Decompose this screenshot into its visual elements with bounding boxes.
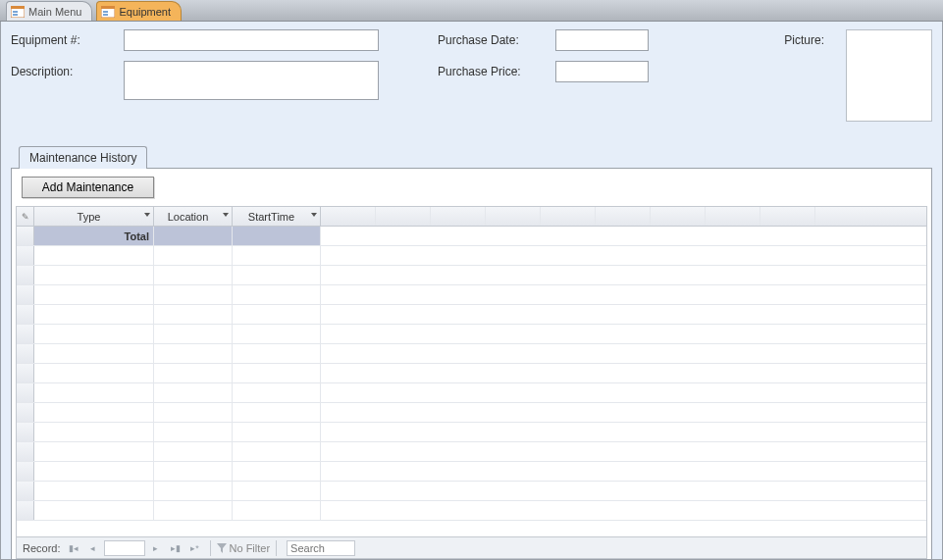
svg-rect-2 (13, 11, 18, 13)
svg-rect-3 (13, 14, 18, 16)
table-row[interactable] (17, 246, 926, 266)
tab-label: Main Menu (28, 6, 81, 18)
nav-next-button[interactable]: ▸ (147, 540, 165, 556)
search-input[interactable] (287, 540, 355, 556)
table-row[interactable] (17, 423, 926, 442)
tab-label: Equipment (119, 6, 171, 18)
purchase-price-input[interactable] (555, 61, 649, 82)
form-icon (101, 6, 115, 18)
total-label-cell: Total (34, 227, 154, 245)
table-row[interactable] (17, 305, 926, 325)
tab-equipment[interactable]: Equipment (96, 1, 182, 21)
form-icon (11, 6, 25, 18)
picture-box[interactable] (846, 29, 932, 122)
nav-last-button[interactable]: ▸▮ (167, 540, 184, 556)
nav-prev-button[interactable]: ◂ (84, 540, 102, 556)
grid-header: ✎ Type Location StartTime (17, 207, 926, 227)
description-label: Description: (11, 61, 124, 78)
chevron-down-icon (311, 213, 317, 217)
table-row[interactable] (17, 462, 926, 482)
equipment-no-input[interactable] (124, 29, 379, 51)
form-body: Equipment #: Purchase Date: Picture: Des… (0, 22, 943, 560)
record-label: Record: (23, 542, 61, 554)
subtab-panel: Add Maintenance ✎ Type Location StartTim… (11, 168, 932, 560)
table-row[interactable] (17, 442, 926, 462)
chevron-down-icon (144, 213, 150, 217)
svg-rect-1 (11, 6, 25, 9)
table-row[interactable] (17, 364, 926, 383)
upper-fields: Equipment #: Purchase Date: Picture: Des… (11, 29, 932, 122)
table-row[interactable] (17, 285, 926, 305)
table-row[interactable] (17, 403, 926, 423)
nav-new-button[interactable]: ▸* (186, 540, 204, 556)
purchase-date-label: Purchase Date: (438, 29, 555, 47)
table-row[interactable] (17, 266, 926, 285)
filter-indicator[interactable]: No Filter (217, 542, 271, 554)
total-cell (154, 227, 233, 245)
column-header-location[interactable]: Location (154, 207, 233, 226)
nav-first-button[interactable]: ▮◂ (65, 540, 82, 556)
purchase-price-label: Purchase Price: (438, 61, 555, 78)
total-row: Total (17, 227, 926, 246)
picture-label: Picture: (649, 29, 834, 47)
total-cell (233, 227, 321, 245)
record-navigator: Record: ▮◂ ◂ ▸ ▸▮ ▸* No Filter (17, 536, 926, 558)
description-input[interactable] (124, 61, 379, 100)
equipment-no-label: Equipment #: (11, 29, 124, 47)
maintenance-grid: ✎ Type Location StartTime (16, 206, 927, 559)
record-number-input[interactable] (104, 540, 145, 556)
table-row[interactable] (17, 325, 926, 344)
svg-rect-5 (101, 6, 115, 9)
column-header-type[interactable]: Type (34, 207, 154, 226)
row-selector-header[interactable]: ✎ (17, 207, 34, 226)
grid-rows[interactable]: Total (17, 227, 926, 536)
table-row[interactable] (17, 482, 926, 501)
filter-icon (217, 543, 227, 553)
svg-rect-7 (103, 14, 108, 16)
tab-strip: Main Menu Equipment (0, 0, 943, 22)
table-row[interactable] (17, 344, 926, 364)
subtab-wrap: Maintenance History Add Maintenance ✎ Ty… (11, 145, 932, 560)
add-maintenance-button[interactable]: Add Maintenance (22, 177, 154, 198)
tab-main-menu[interactable]: Main Menu (6, 1, 92, 21)
column-header-starttime[interactable]: StartTime (233, 207, 321, 226)
subtab-maintenance-history[interactable]: Maintenance History (19, 146, 147, 169)
table-row[interactable] (17, 383, 926, 403)
empty-header-area (321, 207, 926, 226)
purchase-date-input[interactable] (555, 29, 649, 51)
row-selector[interactable] (17, 227, 34, 245)
table-row[interactable] (17, 501, 926, 521)
svg-rect-6 (103, 11, 108, 13)
chevron-down-icon (223, 213, 229, 217)
